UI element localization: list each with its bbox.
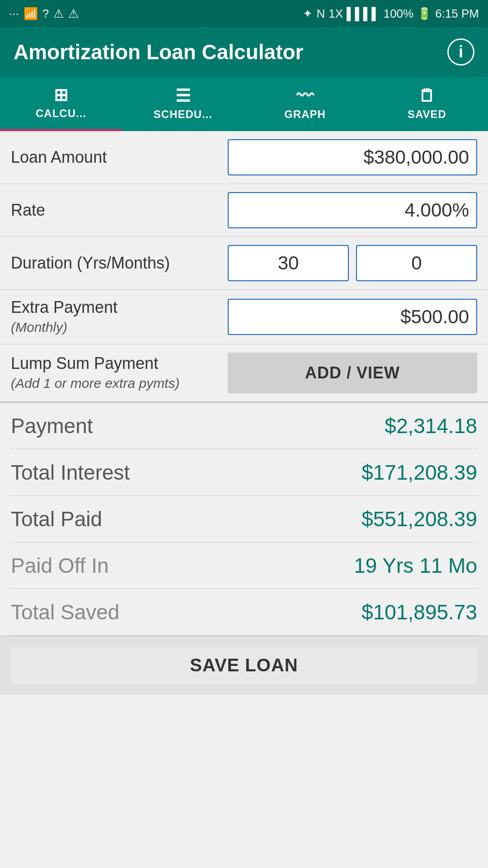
loan-amount-input[interactable]: $380,000.00 <box>228 139 477 175</box>
total-paid-value: $551,208.39 <box>361 507 477 531</box>
tab-schedule[interactable]: ☰ SCHEDU... <box>122 77 244 131</box>
paid-off-in-label: Paid Off In <box>11 553 109 578</box>
tab-schedule-label: SCHEDU... <box>154 108 212 121</box>
duration-label: Duration (Yrs/Months) <box>11 254 228 273</box>
main-content: Loan Amount $380,000.00 Rate 4.000% Dura… <box>0 131 488 694</box>
results-section: Payment $2,314.18 Total Interest $171,20… <box>0 402 488 636</box>
total-interest-value: $171,208.39 <box>361 460 477 485</box>
tab-graph-label: GRAPH <box>284 108 326 121</box>
payment-result-row: Payment $2,314.18 <box>11 403 477 449</box>
total-saved-label: Total Saved <box>11 600 119 624</box>
input-section: Loan Amount $380,000.00 Rate 4.000% Dura… <box>0 131 488 402</box>
loan-amount-label: Loan Amount <box>11 148 228 167</box>
payment-label: Payment <box>11 414 93 438</box>
schedule-icon: ☰ <box>175 87 191 104</box>
warning-icon1: ⚠ <box>53 7 64 21</box>
loan-amount-row: Loan Amount $380,000.00 <box>0 131 488 184</box>
warning-icon2: ⚠ <box>68 7 79 21</box>
duration-months-input[interactable]: 0 <box>356 245 477 281</box>
total-saved-result-row: Total Saved $101,895.73 <box>11 589 477 636</box>
graph-icon: 〰 <box>296 87 314 104</box>
battery-percent: 100% <box>384 7 414 21</box>
rate-row: Rate 4.000% <box>0 184 488 237</box>
app-header: Amortization Loan Calculator i <box>0 27 488 77</box>
duration-inputs: 30 0 <box>228 245 477 281</box>
total-paid-label: Total Paid <box>11 507 102 531</box>
save-loan-container: SAVE LOAN <box>0 636 488 694</box>
extra-payment-input[interactable]: $500.00 <box>228 299 477 335</box>
wifi-icon: 📶 <box>23 7 38 21</box>
tab-saved[interactable]: 🗒 SAVED <box>366 77 488 131</box>
payment-value: $2,314.18 <box>385 414 477 438</box>
clock: 6:15 PM <box>435 7 479 21</box>
saved-icon: 🗒 <box>418 87 436 104</box>
total-saved-value: $101,895.73 <box>361 600 477 624</box>
tab-calculator[interactable]: ⊞ CALCU... <box>0 77 122 131</box>
paid-off-in-result-row: Paid Off In 19 Yrs 11 Mo <box>11 542 477 589</box>
lump-sum-row: Lump Sum Payment (Add 1 or more extra py… <box>0 344 488 402</box>
tab-graph[interactable]: 〰 GRAPH <box>244 77 366 131</box>
app-title: Amortization Loan Calculator <box>14 40 303 64</box>
menu-icon: ··· <box>9 7 19 21</box>
battery-icon: 🔋 <box>417 7 432 21</box>
lump-sum-label: Lump Sum Payment (Add 1 or more extra py… <box>11 354 228 392</box>
status-left-icons: ··· 📶 ? ⚠ ⚠ <box>9 7 79 21</box>
paid-off-in-value: 19 Yrs 11 Mo <box>354 553 477 578</box>
help-icon: ? <box>42 7 49 21</box>
duration-row: Duration (Yrs/Months) 30 0 <box>0 237 488 290</box>
total-paid-result-row: Total Paid $551,208.39 <box>11 496 477 542</box>
extra-payment-label: Extra Payment (Monthly) <box>11 298 228 336</box>
add-view-button[interactable]: ADD / VIEW <box>228 353 477 393</box>
nfc-icon: N <box>316 7 325 21</box>
rate-input[interactable]: 4.000% <box>228 192 477 228</box>
total-interest-label: Total Interest <box>11 460 130 485</box>
info-button[interactable]: i <box>447 38 474 66</box>
status-right-icons: ✦ N 1X ▌▌▌▌ 100% 🔋 6:15 PM <box>303 7 479 21</box>
duration-years-input[interactable]: 30 <box>228 245 349 281</box>
extra-payment-row: Extra Payment (Monthly) $500.00 <box>0 290 488 344</box>
tab-saved-label: SAVED <box>408 108 446 121</box>
status-bar: ··· 📶 ? ⚠ ⚠ ✦ N 1X ▌▌▌▌ 100% 🔋 6:15 PM <box>0 0 488 27</box>
save-loan-button[interactable]: SAVE LOAN <box>11 646 477 684</box>
bluetooth-icon: ✦ <box>303 7 313 21</box>
signal-strength-icon: ▌▌▌▌ <box>347 7 380 21</box>
total-interest-result-row: Total Interest $171,208.39 <box>11 449 477 496</box>
info-icon: i <box>459 42 463 61</box>
tab-calculator-label: CALCU... <box>36 107 86 120</box>
network-type: 1X <box>328 7 343 21</box>
tab-bar: ⊞ CALCU... ☰ SCHEDU... 〰 GRAPH 🗒 SAVED <box>0 77 488 131</box>
calculator-icon: ⊞ <box>54 86 69 104</box>
rate-label: Rate <box>11 201 228 220</box>
